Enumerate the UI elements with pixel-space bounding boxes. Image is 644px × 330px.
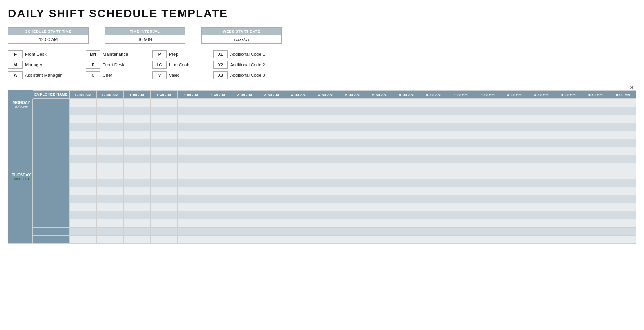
schedule-cell[interactable] — [366, 107, 393, 115]
schedule-cell[interactable] — [312, 163, 339, 171]
schedule-cell[interactable] — [69, 131, 96, 139]
schedule-cell[interactable] — [258, 147, 285, 155]
schedule-cell[interactable] — [339, 195, 366, 203]
schedule-cell[interactable] — [501, 163, 528, 171]
schedule-cell[interactable] — [312, 187, 339, 195]
schedule-cell[interactable] — [420, 123, 447, 131]
schedule-cell[interactable] — [420, 147, 447, 155]
schedule-cell[interactable] — [258, 203, 285, 211]
schedule-cell[interactable] — [204, 155, 231, 163]
schedule-cell[interactable] — [555, 179, 582, 187]
schedule-cell[interactable] — [96, 219, 123, 228]
schedule-cell[interactable] — [96, 203, 123, 211]
schedule-cell[interactable] — [312, 131, 339, 139]
schedule-cell[interactable] — [285, 228, 312, 236]
schedule-cell[interactable] — [393, 163, 420, 171]
schedule-cell[interactable] — [204, 211, 231, 219]
schedule-cell[interactable] — [582, 195, 609, 203]
schedule-cell[interactable] — [150, 115, 177, 123]
schedule-cell[interactable] — [312, 139, 339, 147]
schedule-cell[interactable] — [366, 163, 393, 171]
schedule-cell[interactable] — [150, 228, 177, 236]
schedule-cell[interactable] — [555, 228, 582, 236]
schedule-cell[interactable] — [582, 155, 609, 163]
schedule-cell[interactable] — [366, 147, 393, 155]
schedule-cell[interactable] — [339, 171, 366, 179]
schedule-cell[interactable] — [555, 236, 582, 244]
schedule-cell[interactable] — [393, 107, 420, 115]
schedule-cell[interactable] — [501, 228, 528, 236]
schedule-cell[interactable] — [339, 219, 366, 228]
schedule-cell[interactable] — [150, 147, 177, 155]
schedule-cell[interactable] — [555, 155, 582, 163]
schedule-cell[interactable] — [204, 115, 231, 123]
schedule-cell[interactable] — [393, 228, 420, 236]
schedule-cell[interactable] — [285, 179, 312, 187]
schedule-cell[interactable] — [69, 195, 96, 203]
schedule-cell[interactable] — [366, 99, 393, 107]
schedule-cell[interactable] — [528, 131, 555, 139]
schedule-cell[interactable] — [96, 187, 123, 195]
schedule-cell[interactable] — [150, 99, 177, 107]
employee-name-cell[interactable] — [33, 211, 70, 219]
schedule-cell[interactable] — [528, 107, 555, 115]
schedule-cell[interactable] — [582, 203, 609, 211]
schedule-cell[interactable] — [231, 163, 258, 171]
schedule-cell[interactable] — [177, 187, 204, 195]
schedule-cell[interactable] — [96, 99, 123, 107]
schedule-cell[interactable] — [528, 155, 555, 163]
schedule-cell[interactable] — [447, 179, 474, 187]
schedule-cell[interactable] — [204, 228, 231, 236]
schedule-cell[interactable] — [285, 107, 312, 115]
schedule-cell[interactable] — [447, 115, 474, 123]
schedule-cell[interactable] — [609, 211, 636, 219]
schedule-cell[interactable] — [258, 179, 285, 187]
schedule-cell[interactable] — [447, 107, 474, 115]
schedule-cell[interactable] — [447, 228, 474, 236]
schedule-cell[interactable] — [177, 155, 204, 163]
schedule-cell[interactable] — [474, 131, 501, 139]
schedule-cell[interactable] — [582, 187, 609, 195]
schedule-cell[interactable] — [501, 123, 528, 131]
schedule-cell[interactable] — [555, 171, 582, 179]
schedule-cell[interactable] — [393, 123, 420, 131]
schedule-cell[interactable] — [609, 219, 636, 228]
schedule-cell[interactable] — [447, 203, 474, 211]
schedule-start-time-value[interactable]: 12:00 AM — [8, 35, 89, 44]
schedule-cell[interactable] — [528, 187, 555, 195]
schedule-cell[interactable] — [96, 139, 123, 147]
schedule-cell[interactable] — [177, 107, 204, 115]
schedule-cell[interactable] — [582, 107, 609, 115]
schedule-cell[interactable] — [609, 203, 636, 211]
schedule-cell[interactable] — [609, 195, 636, 203]
employee-name-cell[interactable] — [33, 163, 70, 171]
schedule-cell[interactable] — [555, 115, 582, 123]
schedule-cell[interactable] — [231, 147, 258, 155]
schedule-cell[interactable] — [69, 115, 96, 123]
schedule-cell[interactable] — [501, 99, 528, 107]
schedule-cell[interactable] — [555, 131, 582, 139]
employee-name-cell[interactable] — [33, 115, 70, 123]
schedule-cell[interactable] — [609, 99, 636, 107]
schedule-cell[interactable] — [474, 203, 501, 211]
schedule-cell[interactable] — [177, 139, 204, 147]
schedule-cell[interactable] — [123, 115, 150, 123]
schedule-cell[interactable] — [339, 131, 366, 139]
schedule-cell[interactable] — [258, 211, 285, 219]
schedule-cell[interactable] — [69, 236, 96, 244]
schedule-cell[interactable] — [258, 107, 285, 115]
schedule-cell[interactable] — [339, 187, 366, 195]
schedule-cell[interactable] — [582, 139, 609, 147]
schedule-cell[interactable] — [420, 211, 447, 219]
schedule-cell[interactable] — [285, 123, 312, 131]
schedule-cell[interactable] — [69, 123, 96, 131]
schedule-cell[interactable] — [69, 139, 96, 147]
schedule-cell[interactable] — [258, 228, 285, 236]
schedule-cell[interactable] — [447, 236, 474, 244]
schedule-cell[interactable] — [69, 155, 96, 163]
schedule-cell[interactable] — [555, 187, 582, 195]
schedule-cell[interactable] — [420, 99, 447, 107]
schedule-cell[interactable] — [609, 131, 636, 139]
schedule-cell[interactable] — [123, 107, 150, 115]
schedule-cell[interactable] — [231, 131, 258, 139]
